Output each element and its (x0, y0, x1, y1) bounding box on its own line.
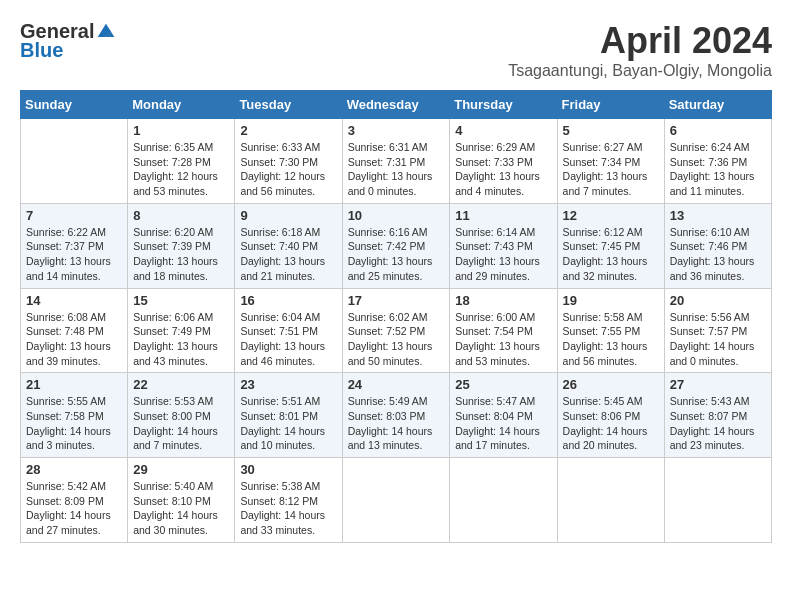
day-number: 30 (240, 462, 336, 477)
calendar-subtitle: Tsagaantungi, Bayan-Olgiy, Mongolia (508, 62, 772, 80)
logo-blue-text: Blue (20, 39, 63, 62)
calendar-body: 1Sunrise: 6:35 AMSunset: 7:28 PMDaylight… (21, 119, 772, 543)
calendar-cell: 14Sunrise: 6:08 AMSunset: 7:48 PMDayligh… (21, 288, 128, 373)
day-number: 12 (563, 208, 659, 223)
day-number: 15 (133, 293, 229, 308)
calendar-cell: 23Sunrise: 5:51 AMSunset: 8:01 PMDayligh… (235, 373, 342, 458)
calendar-week-4: 21Sunrise: 5:55 AMSunset: 7:58 PMDayligh… (21, 373, 772, 458)
calendar-week-5: 28Sunrise: 5:42 AMSunset: 8:09 PMDayligh… (21, 458, 772, 543)
calendar-cell: 26Sunrise: 5:45 AMSunset: 8:06 PMDayligh… (557, 373, 664, 458)
day-number: 26 (563, 377, 659, 392)
calendar-cell: 7Sunrise: 6:22 AMSunset: 7:37 PMDaylight… (21, 203, 128, 288)
calendar-cell (450, 458, 557, 543)
calendar-cell (342, 458, 450, 543)
page-header: General Blue April 2024 Tsagaantungi, Ba… (20, 20, 772, 80)
calendar-cell: 27Sunrise: 5:43 AMSunset: 8:07 PMDayligh… (664, 373, 771, 458)
day-info: Sunrise: 5:55 AMSunset: 7:58 PMDaylight:… (26, 394, 122, 453)
day-number: 27 (670, 377, 766, 392)
day-info: Sunrise: 5:49 AMSunset: 8:03 PMDaylight:… (348, 394, 445, 453)
calendar-cell: 5Sunrise: 6:27 AMSunset: 7:34 PMDaylight… (557, 119, 664, 204)
day-info: Sunrise: 6:04 AMSunset: 7:51 PMDaylight:… (240, 310, 336, 369)
day-number: 23 (240, 377, 336, 392)
day-info: Sunrise: 5:56 AMSunset: 7:57 PMDaylight:… (670, 310, 766, 369)
calendar-cell: 21Sunrise: 5:55 AMSunset: 7:58 PMDayligh… (21, 373, 128, 458)
calendar-cell (21, 119, 128, 204)
calendar-cell: 12Sunrise: 6:12 AMSunset: 7:45 PMDayligh… (557, 203, 664, 288)
day-number: 20 (670, 293, 766, 308)
day-number: 21 (26, 377, 122, 392)
calendar-week-2: 7Sunrise: 6:22 AMSunset: 7:37 PMDaylight… (21, 203, 772, 288)
day-info: Sunrise: 6:20 AMSunset: 7:39 PMDaylight:… (133, 225, 229, 284)
calendar-cell: 11Sunrise: 6:14 AMSunset: 7:43 PMDayligh… (450, 203, 557, 288)
day-number: 29 (133, 462, 229, 477)
day-info: Sunrise: 5:40 AMSunset: 8:10 PMDaylight:… (133, 479, 229, 538)
calendar-cell: 17Sunrise: 6:02 AMSunset: 7:52 PMDayligh… (342, 288, 450, 373)
day-info: Sunrise: 6:35 AMSunset: 7:28 PMDaylight:… (133, 140, 229, 199)
calendar-cell: 4Sunrise: 6:29 AMSunset: 7:33 PMDaylight… (450, 119, 557, 204)
day-info: Sunrise: 6:10 AMSunset: 7:46 PMDaylight:… (670, 225, 766, 284)
day-info: Sunrise: 5:53 AMSunset: 8:00 PMDaylight:… (133, 394, 229, 453)
day-header-thursday: Thursday (450, 91, 557, 119)
calendar-cell: 19Sunrise: 5:58 AMSunset: 7:55 PMDayligh… (557, 288, 664, 373)
calendar-cell: 28Sunrise: 5:42 AMSunset: 8:09 PMDayligh… (21, 458, 128, 543)
day-info: Sunrise: 6:24 AMSunset: 7:36 PMDaylight:… (670, 140, 766, 199)
logo: General Blue (20, 20, 116, 62)
day-number: 18 (455, 293, 551, 308)
day-info: Sunrise: 6:12 AMSunset: 7:45 PMDaylight:… (563, 225, 659, 284)
day-info: Sunrise: 5:38 AMSunset: 8:12 PMDaylight:… (240, 479, 336, 538)
calendar-cell: 30Sunrise: 5:38 AMSunset: 8:12 PMDayligh… (235, 458, 342, 543)
calendar-title: April 2024 (508, 20, 772, 62)
day-number: 5 (563, 123, 659, 138)
day-info: Sunrise: 5:42 AMSunset: 8:09 PMDaylight:… (26, 479, 122, 538)
day-header-monday: Monday (128, 91, 235, 119)
day-number: 2 (240, 123, 336, 138)
day-info: Sunrise: 6:14 AMSunset: 7:43 PMDaylight:… (455, 225, 551, 284)
calendar-cell: 13Sunrise: 6:10 AMSunset: 7:46 PMDayligh… (664, 203, 771, 288)
day-info: Sunrise: 5:47 AMSunset: 8:04 PMDaylight:… (455, 394, 551, 453)
day-info: Sunrise: 5:58 AMSunset: 7:55 PMDaylight:… (563, 310, 659, 369)
calendar-week-3: 14Sunrise: 6:08 AMSunset: 7:48 PMDayligh… (21, 288, 772, 373)
day-info: Sunrise: 5:45 AMSunset: 8:06 PMDaylight:… (563, 394, 659, 453)
day-number: 17 (348, 293, 445, 308)
day-info: Sunrise: 6:18 AMSunset: 7:40 PMDaylight:… (240, 225, 336, 284)
logo-icon (96, 22, 116, 42)
calendar-cell: 15Sunrise: 6:06 AMSunset: 7:49 PMDayligh… (128, 288, 235, 373)
title-section: April 2024 Tsagaantungi, Bayan-Olgiy, Mo… (508, 20, 772, 80)
calendar-cell: 29Sunrise: 5:40 AMSunset: 8:10 PMDayligh… (128, 458, 235, 543)
calendar-cell: 20Sunrise: 5:56 AMSunset: 7:57 PMDayligh… (664, 288, 771, 373)
day-number: 28 (26, 462, 122, 477)
day-info: Sunrise: 6:02 AMSunset: 7:52 PMDaylight:… (348, 310, 445, 369)
calendar-cell: 9Sunrise: 6:18 AMSunset: 7:40 PMDaylight… (235, 203, 342, 288)
day-info: Sunrise: 6:33 AMSunset: 7:30 PMDaylight:… (240, 140, 336, 199)
day-info: Sunrise: 6:29 AMSunset: 7:33 PMDaylight:… (455, 140, 551, 199)
day-header-tuesday: Tuesday (235, 91, 342, 119)
day-info: Sunrise: 6:08 AMSunset: 7:48 PMDaylight:… (26, 310, 122, 369)
day-number: 8 (133, 208, 229, 223)
day-header-wednesday: Wednesday (342, 91, 450, 119)
calendar-cell: 24Sunrise: 5:49 AMSunset: 8:03 PMDayligh… (342, 373, 450, 458)
day-number: 25 (455, 377, 551, 392)
day-number: 16 (240, 293, 336, 308)
calendar-cell (664, 458, 771, 543)
calendar-header: SundayMondayTuesdayWednesdayThursdayFrid… (21, 91, 772, 119)
day-number: 6 (670, 123, 766, 138)
calendar-cell: 2Sunrise: 6:33 AMSunset: 7:30 PMDaylight… (235, 119, 342, 204)
day-number: 4 (455, 123, 551, 138)
day-info: Sunrise: 5:43 AMSunset: 8:07 PMDaylight:… (670, 394, 766, 453)
calendar-cell: 10Sunrise: 6:16 AMSunset: 7:42 PMDayligh… (342, 203, 450, 288)
calendar-cell: 25Sunrise: 5:47 AMSunset: 8:04 PMDayligh… (450, 373, 557, 458)
day-number: 10 (348, 208, 445, 223)
day-info: Sunrise: 6:06 AMSunset: 7:49 PMDaylight:… (133, 310, 229, 369)
calendar-week-1: 1Sunrise: 6:35 AMSunset: 7:28 PMDaylight… (21, 119, 772, 204)
day-number: 13 (670, 208, 766, 223)
calendar-cell: 6Sunrise: 6:24 AMSunset: 7:36 PMDaylight… (664, 119, 771, 204)
calendar-cell: 16Sunrise: 6:04 AMSunset: 7:51 PMDayligh… (235, 288, 342, 373)
day-info: Sunrise: 6:00 AMSunset: 7:54 PMDaylight:… (455, 310, 551, 369)
day-number: 14 (26, 293, 122, 308)
day-header-friday: Friday (557, 91, 664, 119)
day-info: Sunrise: 5:51 AMSunset: 8:01 PMDaylight:… (240, 394, 336, 453)
day-number: 11 (455, 208, 551, 223)
day-info: Sunrise: 6:27 AMSunset: 7:34 PMDaylight:… (563, 140, 659, 199)
day-header-sunday: Sunday (21, 91, 128, 119)
day-number: 22 (133, 377, 229, 392)
